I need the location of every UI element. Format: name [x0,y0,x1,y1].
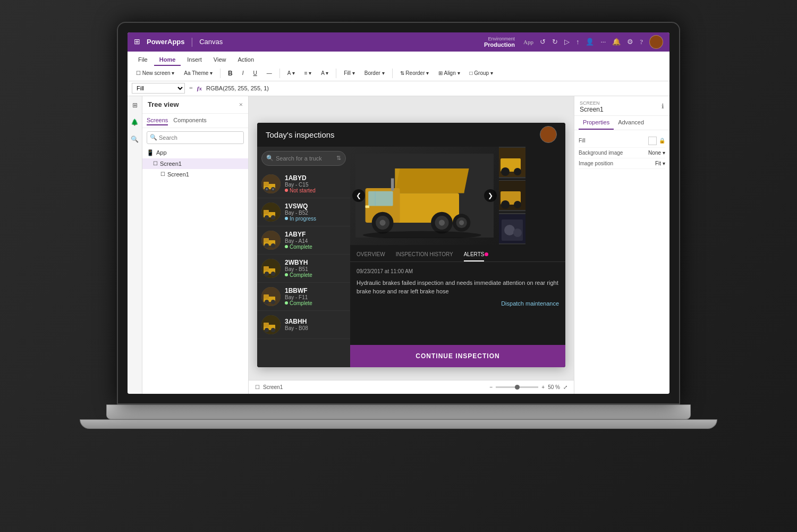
tree-search: 🔍 [147,131,244,144]
redo-icon[interactable]: ↻ [552,38,558,46]
align-button[interactable]: ≡ ▾ [301,69,315,77]
thumbnail-svg-3 [499,214,525,243]
more-icon[interactable]: ··· [600,38,606,46]
truck-avatar-3 [261,231,281,250]
zoom-out-button[interactable]: − [490,384,493,390]
bg-image-value: None [648,150,661,156]
fill-button[interactable]: A ▾ [318,69,332,77]
tab-screens[interactable]: Screens [147,116,168,125]
truck-id-2: 1VSWQ [285,202,346,210]
fill-color-button[interactable]: Fill ▾ [341,69,358,77]
sidebar-search-icon[interactable]: 🔍 [130,134,140,145]
font-color-button[interactable]: A ▾ [284,69,298,77]
truck-item-3[interactable]: 1ABYF Bay - A14 Complete [257,226,350,255]
carousel-prev-button[interactable]: ❮ [352,189,365,202]
status-dot-3 [285,245,288,248]
truck-status-2: In progress [285,216,346,222]
fill-label: Fill [579,138,586,143]
tab-insert[interactable]: Insert [182,54,207,66]
fill-color-swatch[interactable] [648,137,657,145]
truck-bay-6: Bay - B08 [285,325,346,331]
info-icon: ℹ [662,103,664,111]
user-avatar[interactable] [649,35,663,49]
tab-file[interactable]: File [133,54,153,66]
svg-point-21 [271,272,275,276]
formula-value[interactable]: RGBA(255, 255, 255, 1) [206,85,665,91]
fill-lock-icon: 🔒 [659,138,665,143]
right-panel-header: SCREEN Screen1 ℹ [574,96,669,116]
truck-item-2[interactable]: 1VSWQ Bay - B52 In progress [257,198,350,226]
tab-action[interactable]: Action [232,54,259,66]
status-dot-5 [285,301,288,305]
continue-inspection-button[interactable]: CONTINUE INSPECTION [350,345,565,367]
strikethrough-button[interactable]: — [264,69,275,77]
truck-status-3: Complete [285,244,346,250]
sidebar-tree-icon[interactable]: 🌲 [130,117,140,128]
thumbnail-3[interactable] [499,213,525,244]
truck-search: 🔍 ⇅ [261,151,346,166]
bg-image-dropdown[interactable]: None ▾ [648,150,665,156]
truck-thumbnail-3 [261,231,281,250]
thumbnail-1[interactable] [499,147,525,179]
bold-button[interactable]: B [225,69,236,78]
dispatch-maintenance-link[interactable]: Dispatch maintenance [357,300,559,307]
italic-button[interactable]: I [239,69,247,77]
svg-point-44 [439,220,445,226]
help-icon[interactable]: ? [640,38,643,46]
undo-icon[interactable]: ↺ [540,38,546,46]
truck-search-input[interactable] [261,151,346,166]
border-button[interactable]: Border ▾ [361,69,388,77]
truck-search-icon: 🔍 [266,155,274,162]
align-obj-button[interactable]: ⊞ Align ▾ [435,69,463,77]
truck-filter-icon[interactable]: ⇅ [336,155,341,162]
group-button[interactable]: □ Group ▾ [467,69,496,77]
truck-bay-3: Bay - A14 [285,238,346,244]
bottom-checkbox: ☐ [255,384,260,390]
truck-item-1[interactable]: 1ABYD Bay - C15 Not started [257,170,350,198]
tree-search-icon: 🔍 [150,134,157,141]
svg-rect-9 [264,210,269,214]
tree-item-screen1-2[interactable]: ☐ Screen1 [142,169,248,180]
theme-button[interactable]: Aa Theme ▾ [181,69,216,77]
new-screen-button[interactable]: ☐ New screen ▾ [133,69,177,77]
tab-view[interactable]: View [208,54,232,66]
settings-icon[interactable]: ⚙ [627,38,633,46]
tree-search-input[interactable] [147,131,244,144]
tree-view-tabs: Screens Components [142,114,248,128]
tab-components[interactable]: Components [173,116,206,125]
right-tab-advanced[interactable]: Advanced [614,116,648,130]
tree-view-close-button[interactable]: × [239,100,243,109]
truck-item-5[interactable]: 1BBWF Bay - F11 Complete [257,283,350,311]
property-selector[interactable]: Fill [132,83,185,94]
thumbnail-svg-1 [499,148,525,177]
share-icon[interactable]: ↑ [576,38,580,46]
zoom-in-button[interactable]: + [541,384,545,390]
expand-button[interactable]: ⤢ [563,384,567,390]
reorder-button[interactable]: ⇅ Reorder ▾ [397,69,433,77]
truck-item-6[interactable]: 3ABHH Bay - B08 [257,311,350,339]
svg-point-31 [271,328,275,332]
right-tab-properties[interactable]: Properties [579,116,614,130]
tab-home[interactable]: Home [154,54,181,66]
truck-item-4[interactable]: 2WBYH Bay - B51 Complete [257,255,350,283]
svg-rect-48 [391,179,394,191]
svg-point-16 [271,243,275,248]
tree-item-screen1-1[interactable]: ☐ Screen1 [142,158,248,169]
sidebar-home-icon[interactable]: ⊞ [130,100,140,111]
tab-overview[interactable]: OVERVIEW [357,251,385,261]
svg-rect-19 [264,266,269,271]
tree-view-panel: Tree view × Screens Components 🔍 📱 App [142,96,249,394]
tree-item-app[interactable]: 📱 App [142,147,248,158]
carousel-next-button[interactable]: ❯ [484,189,497,202]
zoom-slider[interactable] [496,386,538,388]
thumbnail-2[interactable] [499,180,525,212]
tab-inspection-history[interactable]: INSPECTION HISTORY [396,251,453,261]
underline-button[interactable]: U [250,69,260,77]
img-pos-dropdown[interactable]: Fit ▾ [655,161,665,166]
tab-alerts[interactable]: ALERTS [464,251,485,261]
play-icon[interactable]: ▷ [564,38,570,46]
person-icon[interactable]: 👤 [586,38,594,46]
waffle-icon[interactable]: ⊞ [134,37,140,46]
fill-control[interactable]: 🔒 [648,137,665,145]
bell-icon[interactable]: 🔔 [612,38,621,46]
